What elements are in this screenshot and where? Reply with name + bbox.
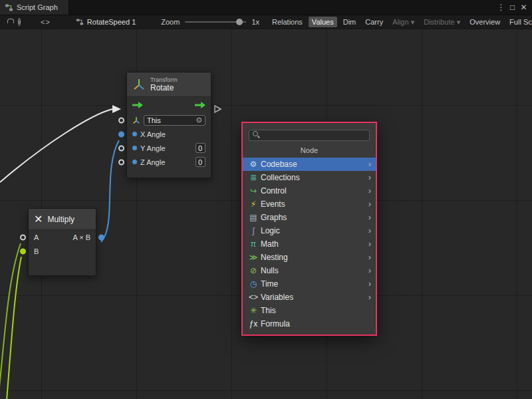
flow-row — [127, 97, 211, 113]
finder-item-label: Formula — [261, 319, 290, 329]
codebase-icon: ⚙ — [248, 160, 259, 169]
finder-item-label: Logic — [261, 226, 280, 235]
z-angle-row: Z Angle 0 — [127, 155, 211, 169]
node-multiply[interactable]: ✕ Multiply A A × B B — [28, 208, 96, 276]
chevron-right-icon: › — [368, 266, 371, 275]
align-dropdown[interactable]: Align ▾ — [389, 17, 418, 28]
nesting-icon: ≫ — [248, 253, 259, 262]
finder-item-math[interactable]: π Math › — [243, 237, 376, 251]
collections-icon: ≣ — [248, 173, 259, 182]
y-angle-value-input[interactable]: 0 — [196, 143, 205, 153]
values-button[interactable]: Values — [309, 17, 337, 27]
chevron-right-icon: › — [368, 173, 371, 182]
zoom-slider-knob[interactable] — [236, 19, 243, 25]
z-angle-input-port[interactable] — [118, 159, 124, 165]
finder-item-nulls[interactable]: ⊘ Nulls › — [243, 264, 376, 277]
finder-item-label: Graphs — [261, 213, 287, 222]
finder-item-label: Codebase — [261, 160, 297, 169]
finder-item-time[interactable]: ◷ Time › — [243, 277, 376, 291]
graph-reference[interactable]: RotateSpeed 1 — [76, 18, 136, 26]
close-icon[interactable]: ✕ — [518, 0, 529, 15]
multiply-b-row: B — [29, 244, 96, 258]
maximize-icon[interactable]: □ — [507, 0, 518, 15]
script-graph-icon — [5, 3, 13, 12]
tab-title: Script Graph — [17, 3, 58, 11]
node-header[interactable]: ✕ Multiply — [29, 209, 96, 230]
y-angle-row: Y Angle 0 — [127, 141, 211, 155]
distribute-dropdown[interactable]: Distribute ▾ — [420, 17, 464, 28]
node-category: Transform — [150, 76, 178, 83]
node-title: Multiply — [47, 215, 74, 224]
z-angle-label: Z Angle — [140, 158, 165, 166]
finder-item-label: Variables — [261, 293, 293, 302]
node-transform-rotate[interactable]: Transform Rotate This ⊙ — [126, 72, 211, 178]
finder-item-formula[interactable]: ƒx Formula — [243, 317, 376, 331]
transform-axes-icon — [132, 78, 146, 91]
node-search-input[interactable] — [249, 130, 370, 141]
finder-header: Node — [243, 143, 376, 158]
events-icon: ⚡ — [248, 200, 259, 209]
flow-input-arrow-icon[interactable] — [132, 102, 143, 108]
finder-item-nesting[interactable]: ≫ Nesting › — [243, 251, 376, 264]
code-toggle-icon[interactable]: <> — [41, 18, 51, 26]
finder-item-control[interactable]: ↪ Control › — [243, 184, 376, 198]
zoom-value: 1x — [251, 18, 259, 26]
finder-item-logic[interactable]: ʃ Logic › — [243, 224, 376, 237]
b-input-port[interactable] — [20, 248, 26, 254]
chevron-right-icon: › — [368, 293, 371, 301]
variables-icon: <> — [248, 293, 259, 302]
control-icon: ↪ — [248, 186, 259, 196]
search-icon — [253, 131, 258, 136]
this-field[interactable]: This ⊙ — [144, 115, 205, 126]
node-header[interactable]: Transform Rotate — [127, 72, 211, 97]
tab-script-graph[interactable]: Script Graph — [0, 0, 69, 15]
nulls-icon: ⊘ — [248, 266, 259, 275]
finder-item-codebase[interactable]: ⚙ Codebase › — [243, 158, 376, 171]
z-angle-value-input[interactable]: 0 — [196, 157, 205, 167]
finder-item-events[interactable]: ⚡ Events › — [243, 198, 376, 211]
finder-item-graphs[interactable]: ▤ Graphs › — [243, 211, 376, 224]
graph-toolbar: i <> RotateSpeed 1 Zoom 1x Relations Val… — [0, 15, 532, 29]
chevron-right-icon: › — [368, 186, 371, 195]
x-angle-row: X Angle — [127, 127, 211, 141]
formula-icon: ƒx — [248, 319, 259, 329]
relations-button[interactable]: Relations — [269, 17, 306, 27]
x-angle-label: X Angle — [140, 130, 166, 138]
align-label: Align — [392, 18, 408, 26]
a-input-port[interactable] — [20, 234, 26, 240]
object-picker-icon[interactable]: ⊙ — [196, 116, 202, 124]
info-icon[interactable]: i — [18, 18, 21, 26]
graph-name-label: RotateSpeed 1 — [87, 18, 136, 26]
dim-button[interactable]: Dim — [340, 17, 360, 27]
finder-item-label: Math — [261, 239, 279, 249]
this-input-port[interactable] — [118, 117, 124, 123]
kebab-menu-icon[interactable]: ⋮ — [495, 0, 507, 15]
time-icon: ◷ — [248, 279, 259, 289]
zoom-control: Zoom 1x — [161, 18, 266, 26]
math-icon: π — [248, 239, 259, 249]
y-angle-input-port[interactable] — [118, 145, 124, 151]
b-label: B — [34, 247, 39, 255]
y-angle-label: Y Angle — [140, 144, 166, 152]
product-output-port[interactable] — [98, 234, 104, 240]
graph-asset-icon — [76, 18, 84, 26]
y-angle-type-dot — [132, 146, 137, 150]
fullscreen-button[interactable]: Full Screen — [506, 17, 532, 27]
overview-button[interactable]: Overview — [466, 17, 503, 27]
finder-item-label: Nesting — [261, 253, 288, 262]
finder-item-label: This — [261, 306, 276, 315]
x-angle-input-port[interactable] — [118, 131, 124, 137]
finder-item-variables[interactable]: <> Variables › — [243, 291, 376, 304]
zoom-slider[interactable] — [185, 21, 246, 23]
chevron-right-icon: › — [368, 160, 371, 168]
x-angle-type-dot — [132, 132, 137, 136]
finder-item-this[interactable]: ✳ This — [243, 304, 376, 317]
logic-icon: ʃ — [248, 226, 259, 235]
chevron-right-icon: › — [368, 213, 371, 221]
carry-button[interactable]: Carry — [362, 17, 386, 27]
finder-item-collections[interactable]: ≣ Collections › — [243, 171, 376, 184]
a-label: A — [34, 233, 39, 241]
flow-output-arrow-icon[interactable] — [195, 102, 205, 108]
distribute-label: Distribute — [424, 18, 454, 26]
multiply-icon: ✕ — [34, 213, 43, 225]
